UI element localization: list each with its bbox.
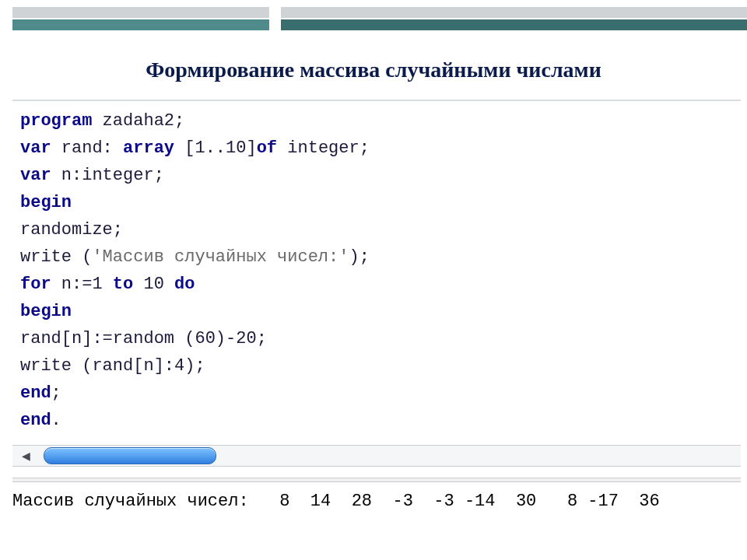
code-text: n:=1 <box>51 275 113 294</box>
program-output: Массив случайных чисел: 8 14 28 -3 -3 -1… <box>12 492 741 511</box>
code-text: ; <box>51 383 61 403</box>
code-line: write ('Массив случайных чисел:'); <box>20 243 735 271</box>
code-line: end. <box>20 407 735 434</box>
keyword-end: end <box>20 383 51 403</box>
code-text: [1..10] <box>174 138 257 158</box>
code-text: ); <box>349 247 369 267</box>
keyword-end: end <box>20 411 51 430</box>
code-line: begin <box>20 189 735 216</box>
keyword-array: array <box>123 138 174 158</box>
keyword-program: program <box>20 111 92 131</box>
scroll-thumb[interactable] <box>44 447 216 464</box>
code-line: var n:integer; <box>20 162 735 189</box>
code-line: randomize; <box>20 216 735 243</box>
keyword-do: do <box>174 275 195 294</box>
code-text: 10 <box>133 275 174 294</box>
scroll-left-icon[interactable]: ◀ <box>17 448 34 464</box>
code-text: zadaha2; <box>92 111 184 131</box>
code-text: . <box>51 411 61 430</box>
deco-bar <box>12 19 269 30</box>
deco-bar <box>12 7 269 18</box>
deco-bar <box>281 7 747 18</box>
code-line: begin <box>20 298 735 325</box>
horizontal-scrollbar[interactable]: ◀ <box>12 445 741 467</box>
top-decoration <box>12 0 741 34</box>
panel-divider <box>12 478 741 482</box>
code-line: for n:=1 to 10 do <box>20 271 735 298</box>
code-line: program zadaha2; <box>20 107 735 135</box>
code-text: integer; <box>277 138 370 158</box>
code-text: rand: <box>51 138 123 158</box>
keyword-begin: begin <box>20 193 72 212</box>
code-text: rand[n]:=random (60)-20; <box>20 329 267 348</box>
slide-frame: Формирование массива случайными числами … <box>0 0 747 560</box>
keyword-var: var <box>20 138 51 158</box>
keyword-to: to <box>113 275 133 294</box>
code-line: rand[n]:=random (60)-20; <box>20 325 735 352</box>
keyword-var: var <box>20 166 51 185</box>
code-panel: program zadaha2; var rand: array [1..10]… <box>12 100 741 442</box>
keyword-of: of <box>257 138 277 158</box>
keyword-begin: begin <box>20 302 72 321</box>
keyword-for: for <box>20 275 51 294</box>
code-line: write (rand[n]:4); <box>20 352 735 380</box>
slide-title: Формирование массива случайными числами <box>0 58 747 82</box>
deco-bar <box>281 19 747 30</box>
string-literal: 'Массив случайных чисел:' <box>92 247 349 267</box>
code-text: randomize; <box>20 220 123 240</box>
code-line: end; <box>20 380 735 407</box>
code-text: write ( <box>20 247 92 267</box>
code-text: n:integer; <box>51 166 164 185</box>
code-text: write (rand[n]:4); <box>20 356 205 376</box>
code-line: var rand: array [1..10]of integer; <box>20 135 735 162</box>
